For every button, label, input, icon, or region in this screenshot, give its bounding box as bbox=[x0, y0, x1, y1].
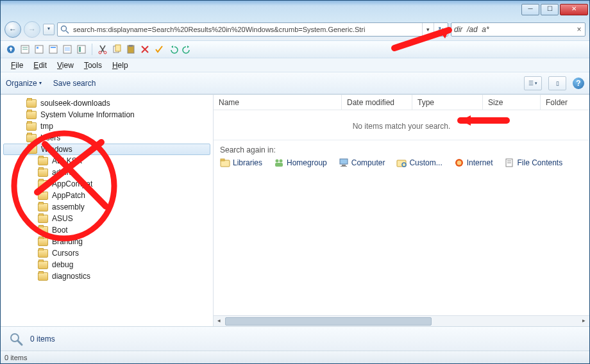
tree-item-apppatch[interactable]: AppPatch bbox=[1, 190, 213, 201]
svg-rect-18 bbox=[115, 45, 121, 51]
column-date[interactable]: Date modified bbox=[342, 95, 412, 110]
address-text[interactable]: search-ms:displayname=Search%20Results%2… bbox=[72, 26, 422, 33]
svg-point-32 bbox=[457, 161, 461, 165]
address-dropdown[interactable]: ▾ bbox=[422, 23, 434, 36]
tree-item-ablksr[interactable]: ABLKSR bbox=[1, 155, 213, 167]
svg-rect-8 bbox=[49, 46, 57, 53]
magnifier-icon bbox=[8, 331, 24, 347]
properties-icon[interactable] bbox=[20, 44, 30, 54]
delete-icon[interactable] bbox=[140, 44, 150, 54]
link-internet[interactable]: Internet bbox=[454, 158, 493, 167]
tree-item-soulseek-downloads[interactable]: soulseek-downloads bbox=[1, 97, 213, 109]
scroll-thumb[interactable] bbox=[225, 317, 432, 326]
back-button[interactable]: ← bbox=[4, 21, 21, 38]
tree-item-label: soulseek-downloads bbox=[40, 99, 110, 108]
address-bar[interactable]: search-ms:displayname=Search%20Results%2… bbox=[57, 22, 448, 37]
paste-icon[interactable] bbox=[126, 44, 136, 54]
svg-rect-14 bbox=[79, 47, 81, 52]
tree-item-system-volume-information[interactable]: System Volume Information bbox=[1, 109, 213, 120]
link-homegroup[interactable]: Homegroup bbox=[274, 158, 327, 167]
folder-icon bbox=[26, 99, 37, 108]
details-pane: 0 items bbox=[1, 326, 589, 351]
forward-button[interactable]: → bbox=[24, 21, 40, 38]
redo-icon[interactable] bbox=[182, 44, 192, 54]
menu-help[interactable]: Help bbox=[108, 60, 132, 71]
toolbar bbox=[1, 40, 589, 58]
close-button[interactable]: ✕ bbox=[560, 4, 588, 15]
results-empty-area: ◂ ▸ bbox=[214, 172, 589, 326]
preview-pane-button[interactable]: ▯ bbox=[548, 76, 566, 90]
svg-point-0 bbox=[62, 26, 67, 31]
folder-icon bbox=[38, 169, 48, 177]
menu-tools[interactable]: Tools bbox=[80, 60, 106, 71]
tree-item-windows[interactable]: Windows bbox=[3, 144, 210, 155]
folder-icon bbox=[38, 272, 48, 281]
menu-edit[interactable]: Edit bbox=[30, 60, 51, 71]
tree-item-label: ASUS bbox=[52, 214, 73, 223]
scroll-right-arrow[interactable]: ▸ bbox=[578, 316, 589, 327]
nav-history-dropdown[interactable]: ▾ bbox=[43, 24, 55, 35]
tree-item-branding[interactable]: Branding bbox=[1, 236, 213, 247]
cut-icon[interactable] bbox=[97, 44, 108, 54]
maximize-button[interactable]: ☐ bbox=[541, 4, 559, 15]
up-icon[interactable] bbox=[6, 44, 16, 54]
link-filecontents[interactable]: File Contents bbox=[504, 158, 562, 167]
folder-icon bbox=[38, 215, 48, 223]
svg-rect-10 bbox=[63, 46, 71, 53]
tree-item-addins[interactable]: addins bbox=[1, 167, 213, 178]
horizontal-scrollbar[interactable]: ◂ ▸ bbox=[214, 315, 589, 326]
svg-rect-29 bbox=[397, 160, 406, 167]
tree-item-debug[interactable]: debug bbox=[1, 259, 213, 270]
tree-item-tmp[interactable]: tmp bbox=[1, 120, 213, 132]
svg-rect-9 bbox=[51, 47, 56, 48]
copy-icon[interactable] bbox=[112, 44, 122, 54]
view4-icon[interactable] bbox=[76, 44, 87, 54]
menu-file[interactable]: FFileile bbox=[7, 60, 27, 71]
tree-item-label: AppCompat bbox=[52, 179, 92, 188]
view2-icon[interactable] bbox=[48, 44, 58, 54]
tree-item-users[interactable]: Users bbox=[1, 132, 213, 144]
organize-button[interactable]: Organize ▾ bbox=[6, 79, 42, 88]
tree-item-cursors[interactable]: Cursors bbox=[1, 247, 213, 259]
column-name[interactable]: Name bbox=[214, 95, 342, 110]
help-button[interactable]: ? bbox=[573, 78, 584, 89]
tree-item-assembly[interactable]: assembly bbox=[1, 201, 213, 213]
tree-item-diagnostics[interactable]: diagnostics bbox=[1, 270, 213, 282]
check-icon[interactable] bbox=[154, 44, 164, 54]
content-area: soulseek-downloadsSystem Volume Informat… bbox=[1, 94, 589, 326]
tree-item-appcompat[interactable]: AppCompat bbox=[1, 178, 213, 190]
minimize-button[interactable]: ─ bbox=[521, 4, 539, 15]
clear-search-button[interactable]: × bbox=[573, 25, 585, 34]
search-again-panel: Search again in: Libraries Homegroup Com… bbox=[214, 140, 589, 172]
view-mode-button[interactable]: ☰▾ bbox=[524, 76, 542, 90]
folder-tree[interactable]: soulseek-downloadsSystem Volume Informat… bbox=[1, 95, 213, 326]
tree-item-boot[interactable]: Boot bbox=[1, 224, 213, 236]
column-folder[interactable]: Folder bbox=[541, 95, 589, 110]
command-bar: Organize ▾ Save search ☰▾ ▯ ? bbox=[1, 72, 589, 94]
tree-item-label: assembly bbox=[52, 203, 85, 211]
view3-icon[interactable] bbox=[62, 44, 72, 54]
column-type[interactable]: Type bbox=[412, 95, 483, 110]
scroll-left-arrow[interactable]: ◂ bbox=[214, 316, 224, 327]
menu-view[interactable]: View bbox=[53, 60, 78, 71]
refresh-button[interactable]: ↻ bbox=[434, 23, 448, 36]
filecontents-icon bbox=[504, 158, 514, 167]
folder-icon bbox=[38, 180, 48, 188]
column-size[interactable]: Size bbox=[483, 95, 541, 110]
separator bbox=[92, 44, 92, 55]
link-computer[interactable]: Computer bbox=[339, 158, 385, 167]
view1-icon[interactable] bbox=[34, 44, 44, 54]
tree-item-label: Windows bbox=[41, 145, 72, 154]
explorer-window: ─ ☐ ✕ ← → ▾ search-ms:displayname=Search… bbox=[0, 0, 590, 364]
save-search-button[interactable]: Save search bbox=[53, 79, 96, 88]
tree-item-asus[interactable]: ASUS bbox=[1, 213, 213, 224]
tree-item-label: Boot bbox=[52, 226, 68, 235]
svg-point-16 bbox=[104, 51, 106, 54]
search-box[interactable]: × bbox=[451, 22, 586, 37]
search-input[interactable] bbox=[451, 25, 573, 34]
undo-icon[interactable] bbox=[168, 44, 178, 54]
no-results-text: No items match your search. bbox=[214, 110, 589, 140]
tree-item-label: System Volume Information bbox=[40, 110, 135, 119]
link-custom[interactable]: Custom... bbox=[396, 158, 442, 167]
link-libraries[interactable]: Libraries bbox=[220, 158, 262, 167]
